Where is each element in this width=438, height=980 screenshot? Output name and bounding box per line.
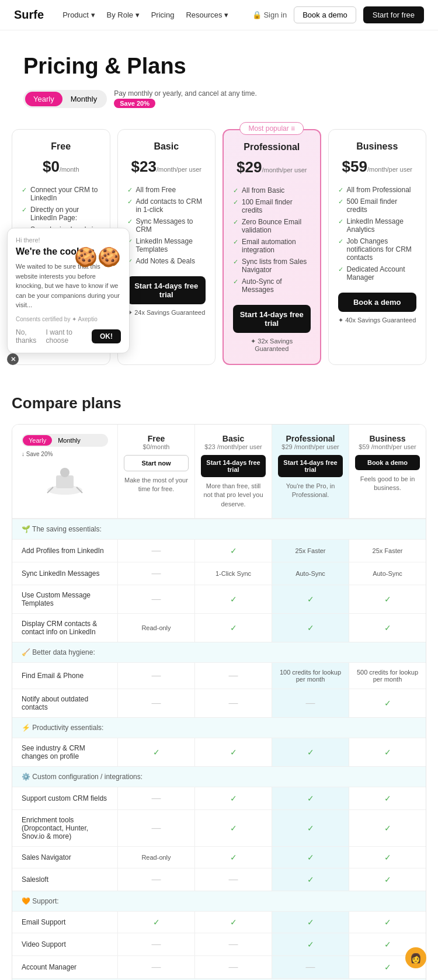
feature-item: Email automation integration [233, 236, 311, 256]
billing-toggle-row: Yearly Monthly Pay monthly or yearly, an… [23, 89, 415, 108]
plan-name: Basic [127, 141, 206, 152]
col-plan-name: Professional [278, 434, 343, 443]
cancel-text: Pay monthly or yearly, and cancel at any… [114, 89, 257, 98]
plan-price: $59/month/per user [338, 158, 417, 176]
feature-cell: ✓ [272, 933, 349, 955]
navbar: Surfe Product ▾ By Role ▾ Pricing Resour… [0, 0, 438, 30]
cookie-ok-button[interactable]: OK! [92, 329, 121, 343]
nav-right: 🔒 Sign in Book a demo Start for free [252, 6, 424, 23]
compare-yearly-toggle[interactable]: Yearly [23, 435, 52, 446]
feature-cell: — [117, 868, 194, 891]
compare-col-professional: Professional $29 /month/per user Start 1… [272, 425, 349, 518]
col-desc: Make the most of your time for free. [124, 476, 189, 494]
feature-name: Find Email & Phone [12, 663, 117, 689]
nav-resources[interactable]: Resources ▾ [186, 11, 228, 19]
cookie-choose[interactable]: I want to choose [46, 328, 92, 345]
feature-cell: Auto-Sync [272, 562, 349, 585]
section-label: ⚡ Productivity essentials: [12, 718, 426, 738]
feature-cell: — [117, 810, 194, 846]
plan-features: All from FreeAdd contacts to CRM in 1-cl… [127, 184, 206, 267]
signin-link[interactable]: 🔒 Sign in [252, 11, 287, 19]
feature-row: Find Email & Phone——100 credits for look… [12, 662, 426, 689]
feature-cell: ✓ [194, 912, 272, 933]
feature-cell: ✓ [349, 810, 426, 846]
section-header-row: 🧡 Support: [12, 891, 426, 911]
feature-cell: ✓ [349, 585, 426, 613]
feature-name: Video Support [12, 933, 117, 955]
monthly-toggle[interactable]: Monthly [62, 92, 106, 106]
feature-cell: ✓ [349, 912, 426, 933]
chat-avatar[interactable]: 👩 [405, 947, 426, 968]
feature-cell: ✓ [272, 585, 349, 613]
plan-cta-button[interactable]: Book a demo [338, 293, 417, 312]
feature-cell: — [194, 956, 272, 978]
compare-title: Compare plans [12, 394, 426, 412]
plan-price: $29/month/per user [233, 158, 311, 176]
section-label: 🧡 Support: [12, 891, 426, 911]
feature-cell: ✓ [349, 689, 426, 717]
feature-name: Use Custom Message Templates [12, 585, 117, 613]
feature-item: Dedicated Account Manager [338, 263, 417, 283]
plan-cta-button[interactable]: Start 14-days free trial [233, 305, 311, 333]
savings-text: 40x Savings Guaranteed [338, 317, 417, 324]
feature-cell: ✓ [194, 614, 272, 642]
book-demo-button[interactable]: Book a demo [294, 6, 356, 23]
feature-cell: Read-only [117, 847, 194, 868]
savings-text: 32x Savings Guaranteed [233, 338, 311, 352]
plan-name: Professional [233, 142, 311, 152]
feature-name: Add Profiles from LinkedIn [12, 540, 117, 562]
illustration [36, 464, 94, 499]
feature-name: Notify about outdated contacts [12, 689, 117, 717]
compare-table: Yearly Monthly ↓ Save 20% Free [12, 424, 426, 980]
col-plan-name: Business [355, 434, 420, 443]
feature-cell: ✓ [272, 614, 349, 642]
col-plan-name: Basic [201, 434, 266, 443]
hero-section: Pricing & Plans Yearly Monthly Pay month… [0, 30, 438, 123]
nav-pricing[interactable]: Pricing [151, 11, 175, 19]
most-popular-badge: Most popular ≡ [239, 122, 304, 135]
plan-features: All from Basic100 Email finder creditsZe… [233, 185, 311, 296]
start-free-button[interactable]: Start for free [363, 6, 424, 23]
cookie-certified: Consents certified by ✦ Axeptio [16, 316, 121, 322]
feature-cell: — [117, 663, 194, 689]
col-desc: More than free, still not that pro level… [201, 482, 266, 509]
feature-cell: ✓ [272, 810, 349, 846]
feature-name: Salesloft [12, 868, 117, 891]
plan-price: $23/month/per user [127, 158, 206, 176]
section-header-row: ⚡ Productivity essentials: [12, 717, 426, 738]
feature-item: LinkedIn Message Analytics [338, 216, 417, 235]
section-header-row: ⚙️ Custom configuration / integrations: [12, 766, 426, 787]
feature-cell: ✓ [349, 868, 426, 891]
feature-row: Support custom CRM fields—✓✓✓ [12, 787, 426, 809]
feature-cell: ✓ [349, 847, 426, 868]
plan-name: Free [22, 141, 100, 152]
feature-row: Salesloft——✓✓ [12, 868, 426, 891]
save-badge: Save 20% [114, 99, 155, 108]
feature-cell: ✓ [194, 585, 272, 613]
feature-item: Connect your CRM to LinkedIn [22, 184, 100, 204]
feature-row: Display CRM contacts & contact info on L… [12, 613, 426, 642]
feature-cell: — [117, 956, 194, 978]
close-cookie-button[interactable]: ✕ [7, 353, 19, 365]
plan-cta-button[interactable]: Start 14-days free trial [127, 276, 206, 304]
feature-cell: — [117, 689, 194, 717]
section-label: 🌱 The saving essentials: [12, 519, 426, 539]
yearly-toggle[interactable]: Yearly [25, 92, 62, 106]
compare-col-business: Business $59 /month/per user Book a demo… [349, 425, 426, 518]
nav-product[interactable]: Product ▾ [62, 11, 95, 19]
compare-monthly-toggle[interactable]: Monthly [52, 435, 86, 446]
nav-by-role[interactable]: By Role ▾ [107, 11, 140, 19]
section-header-row: 🧹 Better data hygiene: [12, 642, 426, 662]
compare-col-btn[interactable]: Start 14-days free trial [278, 455, 343, 477]
feature-row: Account Manager———✓ [12, 955, 426, 978]
feature-cell: ✓ [194, 810, 272, 846]
compare-col-btn[interactable]: Start 14-days free trial [201, 455, 266, 477]
feature-item: Sync lists from Sales Navigator [233, 256, 311, 276]
compare-col-btn[interactable]: Start now [124, 455, 189, 471]
cookie-text: We waited to be sure that this website i… [16, 262, 121, 310]
feature-item: Add contacts to CRM in 1-click [127, 196, 206, 216]
cookie-no-thanks[interactable]: No, thanks [16, 328, 46, 345]
feature-cell: 500 credits for lookup per month [349, 663, 426, 689]
page-title: Pricing & Plans [23, 54, 415, 79]
compare-col-btn[interactable]: Book a demo [355, 455, 420, 470]
